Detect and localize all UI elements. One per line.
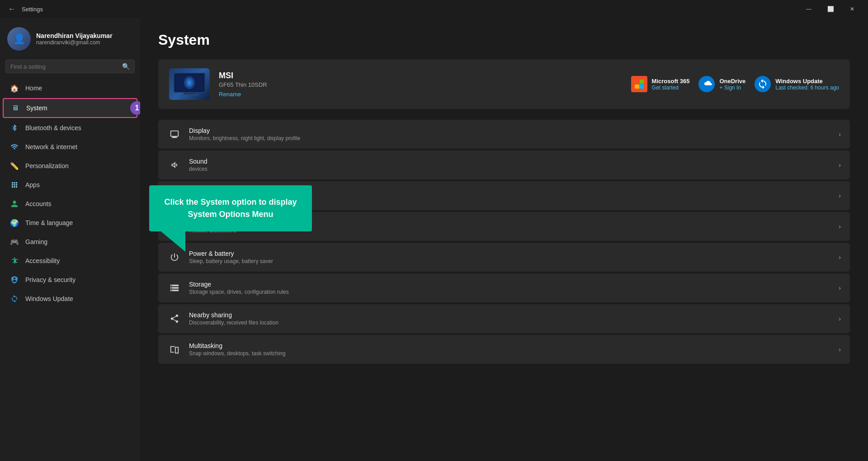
- power-arrow: ›: [839, 254, 841, 261]
- settings-item-storage[interactable]: Storage Storage space, drives, configura…: [158, 273, 850, 302]
- window-controls: — ⬜ ✕: [798, 2, 863, 16]
- onedrive-name: OneDrive: [719, 78, 745, 85]
- tooltip-overlay: Click the System option to display Syste…: [149, 185, 312, 231]
- power-icon: [167, 250, 182, 264]
- svg-rect-12: [635, 85, 639, 89]
- window-title: Settings: [22, 6, 43, 13]
- back-button[interactable]: ←: [5, 3, 18, 15]
- user-info: Narendhiran Vijayakumar narendiranviki@g…: [36, 32, 113, 46]
- sidebar-item-personalization[interactable]: ✏️ Personalization: [3, 157, 137, 175]
- device-model: GF65 Thin 10SDR: [219, 81, 622, 88]
- sound-desc: devices: [189, 166, 831, 172]
- storage-icon: [167, 281, 182, 295]
- accessibility-icon: [10, 256, 19, 265]
- sidebar-item-accounts[interactable]: Accounts: [3, 195, 137, 213]
- user-name: Narendhiran Vijayakumar: [36, 32, 113, 39]
- display-arrow: ›: [839, 131, 841, 138]
- svg-rect-11: [640, 84, 644, 89]
- sidebar-item-accessibility[interactable]: Accessibility: [3, 252, 137, 270]
- ms365-text: Microsoft 365 Get started: [652, 78, 690, 91]
- winupdate-name: Windows Update: [775, 78, 839, 85]
- tooltip-text: Click the System option to display Syste…: [164, 198, 297, 219]
- gaming-icon: 🎮: [10, 237, 19, 246]
- storage-title: Storage: [189, 281, 831, 288]
- ms365-icon: [631, 76, 647, 92]
- settings-item-power[interactable]: Power & battery Sleep, battery usage, ba…: [158, 243, 850, 272]
- sidebar-item-bluetooth[interactable]: Bluetooth & devices: [3, 119, 137, 137]
- privacy-icon: [10, 275, 19, 284]
- sidebar-item-apps[interactable]: Apps: [3, 176, 137, 194]
- sidebar-item-label-apps: Apps: [25, 181, 40, 188]
- ms365-name: Microsoft 365: [652, 78, 690, 85]
- svg-rect-8: [180, 94, 198, 95]
- accounts-icon: [10, 199, 19, 208]
- sidebar-item-home[interactable]: 🏠 Home: [3, 79, 137, 97]
- nearby-title: Nearby sharing: [189, 311, 831, 319]
- onedrive-text: OneDrive + Sign In: [719, 78, 745, 91]
- network-icon: [10, 142, 19, 151]
- settings-item-sound[interactable]: Sound devices ›: [158, 151, 850, 179]
- close-button[interactable]: ✕: [842, 2, 863, 16]
- settings-item-multitasking[interactable]: Multitasking Snap windows, desktops, tas…: [158, 335, 850, 364]
- sidebar-item-update[interactable]: Windows Update: [3, 290, 137, 308]
- svg-rect-7: [184, 93, 195, 94]
- sound-arrow: ›: [839, 161, 841, 169]
- svg-point-0: [14, 258, 15, 259]
- power-title: Power & battery: [189, 250, 831, 257]
- sidebar-item-label-privacy: Privacy & security: [25, 276, 75, 283]
- sidebar-item-gaming[interactable]: 🎮 Gaming: [3, 233, 137, 251]
- avatar-image: 👤: [7, 27, 31, 51]
- multitasking-arrow: ›: [839, 346, 841, 353]
- sidebar-item-time[interactable]: 🌍 Time & language: [3, 214, 137, 232]
- settings-item-display[interactable]: Display Monitors, brightness, night ligh…: [158, 120, 850, 149]
- avatar: 👤: [7, 27, 31, 51]
- home-icon: 🏠: [10, 84, 19, 93]
- search-box[interactable]: 🔍: [5, 60, 135, 73]
- focus-arrow: ›: [839, 223, 841, 230]
- settings-item-nearby[interactable]: Nearby sharing Discoverability, received…: [158, 304, 850, 333]
- tooltip-box: Click the System option to display Syste…: [149, 185, 312, 231]
- sidebar-item-label-accounts: Accounts: [25, 200, 52, 207]
- minimize-button[interactable]: —: [798, 2, 819, 16]
- sidebar-item-network[interactable]: Network & internet: [3, 138, 137, 156]
- bluetooth-icon: [10, 123, 19, 132]
- quick-link-ms365[interactable]: Microsoft 365 Get started: [631, 76, 690, 92]
- step-badge-1: 1: [130, 101, 140, 115]
- sidebar-item-label-time: Time & language: [25, 219, 73, 226]
- rename-button[interactable]: Rename: [219, 91, 622, 98]
- user-email: narendiranviki@gmail.com: [36, 39, 113, 46]
- power-text: Power & battery Sleep, battery usage, ba…: [189, 250, 831, 264]
- content-area: System MSI GF65 Thin 10SDR Rename: [140, 18, 868, 461]
- nearby-text: Nearby sharing Discoverability, received…: [189, 311, 831, 326]
- maximize-button[interactable]: ⬜: [820, 2, 841, 16]
- search-container: 🔍: [0, 58, 140, 79]
- sidebar-item-label-personalization: Personalization: [25, 162, 69, 169]
- storage-arrow: ›: [839, 284, 841, 292]
- nearby-icon: [167, 311, 182, 326]
- sidebar-item-label-system: System: [26, 104, 47, 112]
- multitasking-desc: Snap windows, desktops, task switching: [189, 350, 831, 357]
- multitasking-icon: [167, 342, 182, 357]
- sidebar-item-system[interactable]: 🖥 System 1: [3, 98, 137, 118]
- nearby-arrow: ›: [839, 315, 841, 322]
- quick-link-onedrive[interactable]: OneDrive + Sign In: [698, 76, 745, 92]
- quick-link-winupdate[interactable]: Windows Update Last checked: 6 hours ago: [755, 76, 839, 92]
- notifications-arrow: ›: [839, 192, 841, 199]
- sidebar-item-label-gaming: Gaming: [25, 238, 47, 245]
- device-name: MSI: [219, 71, 622, 80]
- tooltip-arrow: [158, 229, 185, 252]
- titlebar: ← Settings — ⬜ ✕: [0, 0, 868, 18]
- update-icon: [10, 294, 19, 303]
- time-icon: 🌍: [10, 218, 19, 227]
- svg-rect-9: [635, 80, 639, 84]
- winupdate-sub: Last checked: 6 hours ago: [775, 85, 839, 91]
- device-image: [169, 68, 210, 100]
- app-body: 👤 Narendhiran Vijayakumar narendiranviki…: [0, 18, 868, 461]
- user-profile[interactable]: 👤 Narendhiran Vijayakumar narendiranviki…: [0, 18, 140, 58]
- settings-list: Display Monitors, brightness, night ligh…: [158, 120, 850, 364]
- sound-text: Sound devices: [189, 158, 831, 172]
- sidebar-item-privacy[interactable]: Privacy & security: [3, 271, 137, 289]
- search-input[interactable]: [10, 63, 118, 70]
- sidebar-item-label-accessibility: Accessibility: [25, 257, 60, 264]
- sidebar-item-label-home: Home: [25, 85, 42, 92]
